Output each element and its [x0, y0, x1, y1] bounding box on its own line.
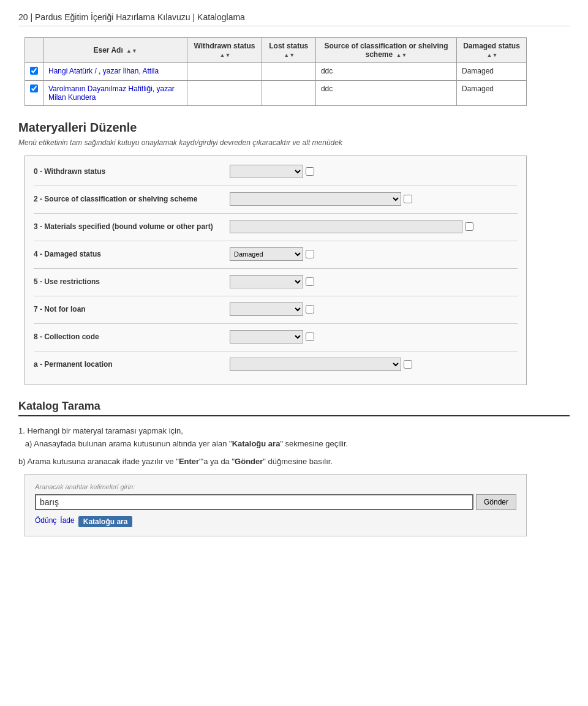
- form-control-wrap: [230, 358, 412, 371]
- form-row-checkbox-0[interactable]: [306, 167, 314, 176]
- form-row-checkbox-1[interactable]: [404, 195, 412, 203]
- form-select-7[interactable]: [230, 358, 401, 371]
- row-source: ddc: [315, 81, 456, 106]
- form-label: 2 - Source of classification or shelving…: [34, 195, 230, 203]
- search-input[interactable]: [35, 494, 473, 510]
- form-control-wrap: [230, 275, 314, 288]
- row-title-link[interactable]: Hangi Atatürk / , yazar İlhan, Attila: [48, 67, 159, 75]
- row-title: Hangi Atatürk / , yazar İlhan, Attila: [43, 63, 187, 81]
- row-lost: [262, 63, 315, 81]
- edit-form: 0 - Withdrawn status2 - Source of classi…: [24, 156, 527, 385]
- sort-arrows-source[interactable]: ▲▼: [396, 52, 407, 58]
- row-title-link[interactable]: Varolmanın Dayanılmaz Hafifliği, yazar M…: [48, 84, 175, 102]
- sort-arrows-lost[interactable]: ▲▼: [284, 52, 295, 58]
- form-row-checkbox-5[interactable]: [306, 305, 314, 314]
- form-label: 4 - Damaged status: [34, 250, 230, 258]
- katalog-title: Katalog Tarama: [18, 400, 570, 416]
- form-select-6[interactable]: [230, 330, 303, 344]
- form-row-checkbox-3[interactable]: [306, 250, 314, 258]
- form-label: 5 - Use restrictions: [34, 277, 230, 286]
- row-checkbox-cell: [25, 81, 43, 106]
- table-row: Varolmanın Dayanılmaz Hafifliği, yazar M…: [25, 81, 527, 106]
- row-damaged: Damaged: [456, 81, 526, 106]
- col-damaged: Damaged status ▲▼: [456, 38, 526, 63]
- katalog-para-1: 1. Herhangi bir materyal taraması yapmak…: [18, 425, 570, 451]
- form-label: 0 - Withdrawn status: [34, 167, 230, 176]
- form-control-wrap: Damaged: [230, 247, 314, 261]
- col-source: Source of classification or shelving sch…: [315, 38, 456, 63]
- edit-section: Materyalleri Düzenle Menü etiketinin tam…: [18, 121, 570, 385]
- form-select-4[interactable]: [230, 275, 303, 288]
- edit-title: Materyalleri Düzenle: [18, 121, 570, 135]
- form-control-wrap: [230, 330, 314, 344]
- form-row: 5 - Use restrictions: [34, 272, 518, 291]
- row-source: ddc: [315, 63, 456, 81]
- row-checkbox[interactable]: [30, 67, 38, 75]
- form-control-wrap: [230, 302, 314, 316]
- katalog-para-2: b) Arama kutusuna aranacak ifade yazılır…: [18, 456, 570, 468]
- col-withdrawn: Withdrawn status ▲▼: [187, 38, 262, 63]
- row-checkbox[interactable]: [30, 84, 38, 92]
- row-checkbox-cell: [25, 63, 43, 81]
- sort-arrows-withdrawn[interactable]: ▲▼: [220, 52, 231, 58]
- form-row: 3 - Materials specified (bound volume or…: [34, 217, 518, 236]
- form-control-wrap: [230, 192, 412, 206]
- search-hint: Aranacak anahtar kelimeleri girin:: [35, 483, 516, 490]
- search-tab-2[interactable]: Kataloğu ara: [78, 516, 133, 527]
- col-eser-adi: Eser Adı ▲▼: [43, 38, 187, 63]
- form-row: 0 - Withdrawn status: [34, 162, 518, 181]
- katalog-tarama-section: Katalog Tarama 1. Herhangi bir materyal …: [18, 400, 570, 536]
- sort-arrows-eser[interactable]: ▲▼: [126, 48, 137, 54]
- row-damaged: Damaged: [456, 63, 526, 81]
- search-tabs: ÖdünçİadeKataloğu ara: [35, 516, 516, 527]
- row-title: Varolmanın Dayanılmaz Hafifliği, yazar M…: [43, 81, 187, 106]
- table-section: Eser Adı ▲▼ Withdrawn status ▲▼ Lost sta…: [18, 37, 570, 106]
- row-withdrawn: [187, 81, 262, 106]
- form-row-checkbox-2[interactable]: [465, 222, 473, 231]
- form-row-checkbox-6[interactable]: [306, 332, 314, 341]
- col-checkbox: [25, 38, 43, 63]
- page-header: 20 | Pardus Eğitim İçeriği Hazırlama Kıl…: [18, 12, 570, 26]
- col-lost: Lost status ▲▼: [262, 38, 315, 63]
- row-withdrawn: [187, 63, 262, 81]
- form-label: 7 - Not for loan: [34, 305, 230, 314]
- form-row: 8 - Collection code: [34, 328, 518, 346]
- form-label: 8 - Collection code: [34, 332, 230, 341]
- gondar-button[interactable]: Gönder: [476, 494, 516, 510]
- form-row: 4 - Damaged statusDamaged: [34, 245, 518, 263]
- row-lost: [262, 81, 315, 106]
- form-control-wrap: [230, 165, 314, 178]
- search-row: Gönder: [35, 494, 516, 510]
- form-control-wrap: [230, 220, 473, 233]
- form-select-1[interactable]: [230, 192, 401, 206]
- form-label: 3 - Materials specified (bound volume or…: [34, 222, 230, 231]
- form-label: a - Permanent location: [34, 360, 230, 369]
- form-row: 7 - Not for loan: [34, 300, 518, 318]
- form-select-3[interactable]: Damaged: [230, 247, 303, 261]
- form-row: 2 - Source of classification or shelving…: [34, 190, 518, 208]
- form-row-checkbox-7[interactable]: [404, 360, 412, 369]
- form-input-2[interactable]: [230, 220, 462, 233]
- table-row: Hangi Atatürk / , yazar İlhan, Attiladdc…: [25, 63, 527, 81]
- items-table: Eser Adı ▲▼ Withdrawn status ▲▼ Lost sta…: [24, 37, 527, 106]
- sort-arrows-damaged[interactable]: ▲▼: [487, 52, 498, 58]
- page-header-text: 20 | Pardus Eğitim İçeriği Hazırlama Kıl…: [18, 12, 245, 22]
- form-row-checkbox-4[interactable]: [306, 277, 314, 286]
- form-select-0[interactable]: [230, 165, 303, 178]
- form-row: a - Permanent location: [34, 355, 518, 374]
- search-box-container: Aranacak anahtar kelimeleri girin: Gönde…: [24, 474, 527, 536]
- form-select-5[interactable]: [230, 302, 303, 316]
- search-tab-1[interactable]: İade: [60, 516, 74, 527]
- search-tab-0[interactable]: Ödünç: [35, 516, 56, 527]
- edit-subtitle: Menü etiketinin tam sağındaki kutuyu ona…: [18, 138, 570, 147]
